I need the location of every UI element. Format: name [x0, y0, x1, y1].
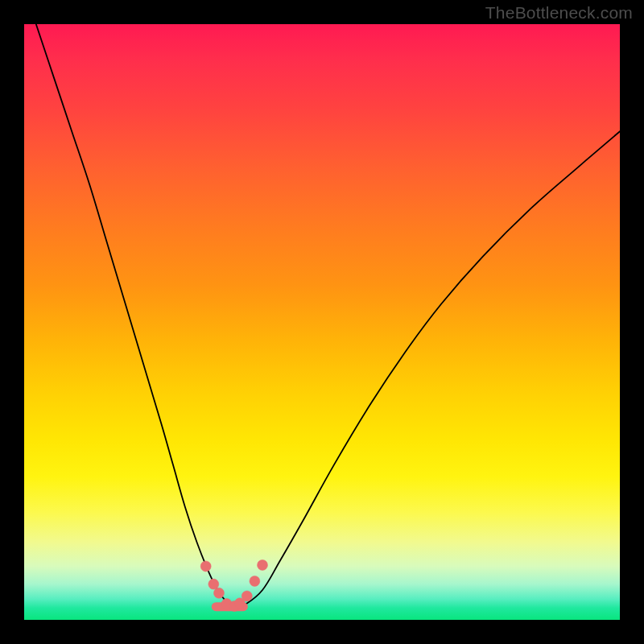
- plot-area: [24, 24, 620, 620]
- bottleneck-markers: [200, 559, 267, 611]
- curve-left: [36, 24, 236, 608]
- bottleneck-curve: [24, 24, 620, 620]
- marker-dot: [250, 576, 260, 586]
- chart-frame: TheBottleneck.com: [0, 0, 644, 644]
- marker-dot: [208, 579, 219, 589]
- marker-dot: [242, 591, 252, 601]
- curve-right: [236, 131, 620, 608]
- watermark-text: TheBottleneck.com: [485, 3, 633, 23]
- marker-dot: [213, 588, 224, 598]
- marker-dot: [258, 559, 268, 570]
- marker-dot: [200, 561, 211, 572]
